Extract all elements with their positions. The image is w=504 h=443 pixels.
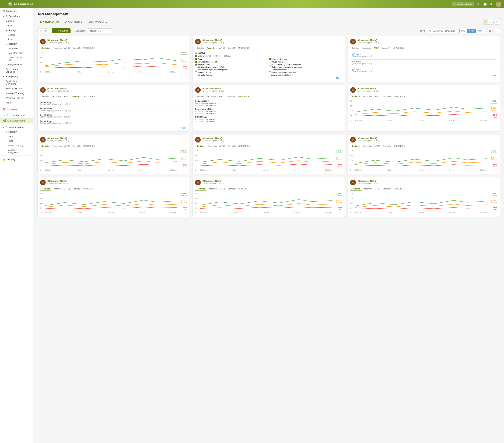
req-consent-check[interactable]: ✓ Require consent <box>195 64 268 65</box>
sidebar-item-message-tracking[interactable]: Message Tracking <box>0 91 33 96</box>
user-avatar[interactable] <box>496 1 501 7</box>
sidebar-item-alert-management[interactable]: ⚠ Alert management <box>0 112 33 118</box>
sidebar-item-security-bottom[interactable]: 🔒 Security <box>0 156 33 162</box>
card-tab-api-4[interactable]: API(3) <box>62 94 70 98</box>
card-tab-properties-4[interactable]: Properties <box>51 94 62 98</box>
sidebar-item-monitor[interactable]: Monitor <box>0 23 33 28</box>
sidebar-section-administration[interactable]: ▼ 🔧 Administration <box>0 125 33 129</box>
env-tab-2[interactable]: ENVIRONMENT (1) <box>86 19 110 25</box>
card-tab-properties-9[interactable]: Properties <box>361 144 373 148</box>
month-button[interactable]: Month <box>476 29 485 33</box>
sidebar-item-oauth[interactable]: OAuth Providers <box>0 51 33 55</box>
include-jwt-check[interactable]: Include JWT ID <box>269 61 342 63</box>
sidebar-item-acl[interactable]: Access Control Lists <box>0 55 33 62</box>
client-credential-checkbox[interactable]: ✓ <box>195 55 197 57</box>
card-tab-api-11[interactable]: API(3) <box>218 187 226 191</box>
card-tab-statistics-12[interactable]: Statistics <box>350 187 361 191</box>
hybrid-checkbox[interactable] <box>213 55 215 57</box>
bell-icon[interactable]: 🔔 <box>490 3 493 6</box>
card-tab-statistics-9[interactable]: Statistics <box>350 144 361 148</box>
card-tab-uri-3[interactable]: URI/CORS(5) <box>391 46 406 50</box>
enabled-check[interactable]: ✓ Enabled <box>195 58 268 60</box>
card-tab-api-3[interactable]: API(3) <box>372 46 381 50</box>
card-tab-api-2[interactable]: API(3) <box>218 46 226 50</box>
allow-remember-check[interactable]: ✓ Allow remember consent <box>195 61 268 63</box>
card-tab-secret-4[interactable]: Secret(4) <box>70 94 81 98</box>
card-tab-statistics-5[interactable]: Statistics <box>195 94 206 98</box>
card-tab-secret-11[interactable]: Secret(4) <box>226 187 237 191</box>
card-tab-uri-11[interactable]: URI/CORS(5) <box>237 187 252 191</box>
card-tab-properties-2[interactable]: Properties <box>206 46 218 50</box>
sidebar-section-admin-security[interactable]: ▼ Security <box>0 129 33 134</box>
search-icon[interactable]: 🔍 <box>477 3 481 6</box>
sidebar-item-password-policy[interactable]: Password Policy <box>0 143 33 148</box>
card-tab-statistics-2[interactable]: Statistics <box>195 46 206 50</box>
front-channel-check[interactable]: Front channel logout session required <box>269 64 342 65</box>
card-tab-api-5[interactable]: API(3) <box>217 94 225 98</box>
sidebar-item-encryption-keys[interactable]: Encryption Keys <box>0 62 33 67</box>
card-tab-statistics-6[interactable]: Statistics <box>350 94 361 98</box>
card-tab-properties-3[interactable]: Properties <box>361 46 372 50</box>
grid-view-button[interactable]: ⊞ <box>483 19 488 24</box>
card-tab-api-9[interactable]: API(3) <box>373 144 381 148</box>
api-filter-button[interactable]: 📄 API <box>37 28 50 33</box>
card-tab-secret-9[interactable]: Secret(4) <box>381 144 392 148</box>
card-tab-secret-3[interactable]: Secret(4) <box>381 46 391 50</box>
week-button[interactable]: Week <box>467 29 475 33</box>
card-tab-uri-12[interactable]: URI/CORS(5) <box>392 187 407 191</box>
card-tab-secret-1[interactable]: Secret(4) <box>71 46 82 50</box>
clock-icon[interactable]: 🕐 <box>483 3 487 6</box>
date-range[interactable]: 📅 11/23/2018 - 11/29/2018 <box>427 29 457 33</box>
card-tab-properties-8[interactable]: Properties <box>206 144 218 148</box>
card-tab-secret-2[interactable]: Secret(4) <box>226 46 237 50</box>
hybrid-check[interactable]: Hybrid <box>213 55 220 57</box>
card-tab-uri-6[interactable]: URI/CORS(5) <box>392 94 407 98</box>
card-tab-statistics-1[interactable]: Statistics <box>40 46 52 50</box>
card-tab-statistics-4[interactable]: Statistics <box>40 94 51 98</box>
search-button[interactable]: 🔍 <box>495 19 500 24</box>
sidebar-item-app-monitoring[interactable]: Application Monitoring <box>0 79 33 86</box>
list-view-button[interactable]: ☰ <box>488 19 493 24</box>
card-tab-api-8[interactable]: API(3) <box>218 144 226 148</box>
card-tab-secret-10[interactable]: Secret(4) <box>71 187 82 191</box>
application-select[interactable]: Neuron MS <box>88 28 112 33</box>
card-tab-properties-12[interactable]: Properties <box>361 187 373 191</box>
card-tab-secret-5[interactable]: Secret(4) <box>225 94 236 98</box>
plain-text-check[interactable]: Allow plain text pkce <box>195 74 268 76</box>
client-credential-check[interactable]: ✓ Client Credential <box>195 55 211 57</box>
sidebar-item-storage-jobs[interactable]: Jobs <box>0 37 33 42</box>
sidebar-section-operations[interactable]: ▼ ⚙ Operations <box>0 14 33 18</box>
sidebar-item-roles[interactable]: Roles <box>0 139 33 143</box>
delete-button[interactable]: 🗑 <box>487 28 492 34</box>
sidebar-item-credentials[interactable]: Credentials <box>0 46 33 51</box>
card-tab-uri-8[interactable]: URI/CORS(5) <box>237 144 252 148</box>
card-tab-secret-8[interactable]: Secret(4) <box>226 144 237 148</box>
sidebar-item-workflow-tracking[interactable]: Workflow Tracking <box>0 96 33 100</box>
card-tab-secret-6[interactable]: Secret(4) <box>381 94 392 98</box>
card-tab-properties-6[interactable]: Properties <box>361 94 373 98</box>
card-tab-statistics-7[interactable]: Statistics <box>40 144 52 148</box>
card-tab-uri-9[interactable]: URI/CORS(5) <box>392 144 407 148</box>
card-tab-api-1[interactable]: API(3) <box>63 46 71 50</box>
card-tab-api-10[interactable]: API(3) <box>63 187 71 191</box>
sidebar-item-manage-encryption[interactable]: Manage Encryption <box>0 148 33 155</box>
pkce-check[interactable]: PKCE <box>223 55 230 57</box>
day-button[interactable]: Day <box>460 29 467 33</box>
add-button[interactable]: + <box>495 28 500 34</box>
env-tab-0[interactable]: ENVIRONMENT (4) <box>37 19 62 25</box>
sidebar-item-api-management[interactable]: 🌿 API Management <box>0 118 33 123</box>
sidebar-item-dashboard[interactable]: ⊞ Dashboard <box>0 8 33 14</box>
req-client-secret-check[interactable]: ✓ Required client secret <box>269 58 342 60</box>
sidebar-item-scheduler[interactable]: ⏰ Scheduler <box>0 107 33 112</box>
update-button[interactable]: ⬆ Update available <box>452 2 474 6</box>
sidebar-item-storage-manage[interactable]: Manage <box>0 33 33 37</box>
pkce-checkbox[interactable] <box>223 55 225 57</box>
card-tab-properties-1[interactable]: Properties <box>52 46 63 50</box>
card-tab-statistics-8[interactable]: Statistics <box>195 144 206 148</box>
include-claims-check[interactable]: Allow include user claims in Id Token <box>195 66 268 68</box>
access-tokens-browser-check[interactable]: Allow access tokens via browser <box>269 72 342 73</box>
sidebar-section-security[interactable]: ▼ Security <box>0 42 33 46</box>
env-tab-1[interactable]: ENVIRONMENT (2) <box>62 19 86 25</box>
card-tab-api-12[interactable]: API(3) <box>373 187 381 191</box>
card-tab-statistics-10[interactable]: Statistics <box>40 187 52 191</box>
